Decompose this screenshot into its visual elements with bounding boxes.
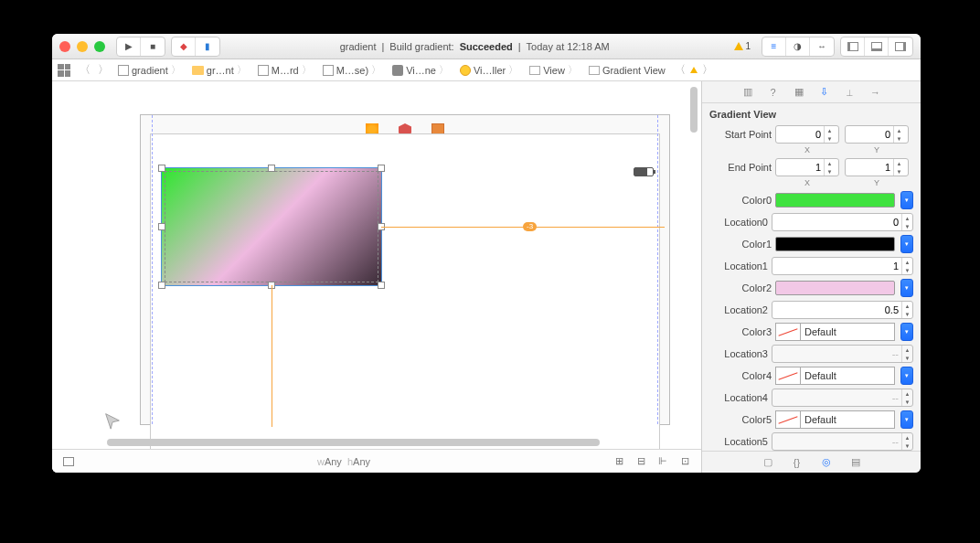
document-icon bbox=[118, 65, 129, 76]
location1-field[interactable]: ▲▼ bbox=[772, 257, 913, 275]
stepper[interactable]: ▲▼ bbox=[901, 302, 912, 318]
identity-inspector-tab[interactable]: ▦ bbox=[792, 85, 806, 100]
selection-dashed-border bbox=[165, 171, 378, 282]
scheme-selector[interactable]: ◆ ▮ bbox=[171, 37, 220, 57]
color3-combo[interactable]: Default bbox=[775, 323, 895, 341]
resize-handle-n[interactable] bbox=[268, 165, 275, 172]
crumb-storyboard[interactable]: M…rd〉 bbox=[252, 59, 317, 80]
file-inspector-tab[interactable]: ▥ bbox=[740, 85, 755, 100]
resize-handle-nw[interactable] bbox=[158, 165, 165, 172]
ib-canvas[interactable]: -3 bbox=[52, 81, 701, 449]
location3-field[interactable]: ▲▼ bbox=[772, 345, 913, 363]
location4-field[interactable]: ▲▼ bbox=[772, 389, 913, 407]
crumb-scene[interactable]: Vi…ne〉 bbox=[387, 59, 454, 80]
library-tab-bar: ▢ {} ◎ ▤ bbox=[702, 451, 921, 473]
location0-field[interactable]: ▲▼ bbox=[772, 213, 913, 231]
size-class-control[interactable]: wAny hAny bbox=[80, 456, 608, 467]
issues-badge[interactable]: 1 bbox=[729, 41, 756, 51]
location1-row: Location1 ▲▼ bbox=[709, 257, 913, 275]
location2-field[interactable]: ▲▼ bbox=[772, 301, 913, 319]
crumb-controller[interactable]: Vi…ller〉 bbox=[454, 59, 524, 80]
end-y-field[interactable]: ▲▼ bbox=[845, 158, 909, 176]
minimize-button[interactable] bbox=[77, 41, 88, 52]
stepper[interactable]: ▲▼ bbox=[824, 126, 835, 143]
attributes-inspector-tab[interactable]: ⇩ bbox=[817, 85, 832, 100]
battery-icon bbox=[634, 167, 654, 176]
size-inspector-tab[interactable]: ⟂ bbox=[843, 85, 858, 100]
vertical-scroll-thumb[interactable] bbox=[690, 87, 698, 133]
end-x-field[interactable]: ▲▼ bbox=[775, 158, 839, 176]
crumb-project[interactable]: gradient〉 bbox=[112, 59, 186, 80]
location5-row: Location5 ▲▼ bbox=[709, 432, 913, 451]
crumb-view[interactable]: View〉 bbox=[524, 59, 583, 80]
prev-issue-button[interactable]: 〈 bbox=[671, 62, 689, 78]
right-panel-toggle[interactable] bbox=[889, 37, 912, 56]
color1-well[interactable] bbox=[775, 235, 895, 253]
horizontal-scrollbar[interactable] bbox=[107, 436, 687, 449]
constraint-bottom[interactable] bbox=[272, 285, 272, 427]
connections-inspector-tab[interactable]: → bbox=[868, 85, 883, 100]
color2-well[interactable] bbox=[775, 279, 895, 297]
start-x-field[interactable]: ▲▼ bbox=[775, 125, 839, 144]
back-button[interactable]: 〈 bbox=[76, 62, 94, 78]
align-button[interactable]: ⊞ bbox=[612, 454, 626, 469]
vertical-scrollbar[interactable] bbox=[688, 81, 701, 449]
color2-dropdown[interactable]: ▾ bbox=[900, 279, 913, 297]
constraint-value-badge[interactable]: -3 bbox=[523, 222, 537, 231]
color5-combo[interactable]: Default bbox=[775, 410, 895, 429]
crumb-base[interactable]: M…se)〉 bbox=[317, 59, 387, 80]
media-library-tab[interactable]: ▤ bbox=[848, 455, 863, 470]
resize-handle-se[interactable] bbox=[378, 282, 385, 289]
stepper[interactable]: ▲▼ bbox=[824, 159, 835, 176]
stepper[interactable]: ▲▼ bbox=[901, 346, 912, 362]
destination-icon: ▮ bbox=[196, 37, 219, 56]
next-issue-button[interactable]: 〉 bbox=[698, 62, 717, 78]
file-template-library-tab[interactable]: ▢ bbox=[761, 455, 775, 470]
stepper[interactable]: ▲▼ bbox=[901, 389, 912, 406]
quick-help-tab[interactable]: ? bbox=[766, 85, 781, 100]
color4-combo[interactable]: Default bbox=[775, 367, 895, 385]
stepper[interactable]: ▲▼ bbox=[901, 258, 912, 274]
resize-handle-sw[interactable] bbox=[158, 282, 165, 289]
warning-count: 1 bbox=[745, 41, 751, 51]
crumb-folder[interactable]: gr…nt〉 bbox=[186, 59, 252, 80]
color0-dropdown[interactable]: ▾ bbox=[900, 191, 913, 209]
object-library-tab[interactable]: ◎ bbox=[819, 455, 834, 470]
code-snippet-library-tab[interactable]: {} bbox=[790, 455, 804, 470]
color4-dropdown[interactable]: ▾ bbox=[900, 367, 913, 385]
resizing-behavior-button[interactable]: ⊡ bbox=[677, 454, 692, 469]
location5-field[interactable]: ▲▼ bbox=[772, 432, 913, 451]
related-items-button[interactable] bbox=[52, 59, 76, 80]
run-button[interactable]: ▶ bbox=[117, 37, 141, 56]
forward-button[interactable]: 〉 bbox=[94, 62, 112, 78]
zoom-button[interactable] bbox=[94, 41, 105, 52]
color4-swatch bbox=[775, 367, 801, 385]
stepper[interactable]: ▲▼ bbox=[901, 433, 912, 450]
location0-row: Location0 ▲▼ bbox=[709, 213, 913, 231]
start-y-field[interactable]: ▲▼ bbox=[845, 125, 909, 144]
standard-editor-button[interactable]: ≡ bbox=[762, 37, 786, 56]
close-button[interactable] bbox=[59, 41, 70, 52]
left-panel-toggle[interactable] bbox=[841, 37, 865, 56]
color1-dropdown[interactable]: ▾ bbox=[900, 235, 913, 253]
stepper[interactable]: ▲▼ bbox=[893, 126, 904, 143]
editor-mode-segment: ≡ ◑ ↔ bbox=[762, 37, 835, 57]
resolve-issues-button[interactable]: ⊩ bbox=[655, 454, 670, 469]
bottom-panel-toggle[interactable] bbox=[865, 37, 889, 56]
color5-dropdown[interactable]: ▾ bbox=[900, 410, 913, 429]
horizontal-scroll-thumb[interactable] bbox=[107, 439, 600, 446]
version-editor-button[interactable]: ↔ bbox=[810, 37, 834, 56]
color3-dropdown[interactable]: ▾ bbox=[900, 323, 913, 341]
stop-button[interactable]: ■ bbox=[141, 37, 165, 56]
crumb-gradient-view[interactable]: Gradient View bbox=[583, 59, 671, 80]
resize-handle-ne[interactable] bbox=[378, 165, 385, 172]
document-outline-toggle[interactable] bbox=[61, 454, 76, 469]
stepper[interactable]: ▲▼ bbox=[893, 159, 904, 176]
pin-button[interactable]: ⊟ bbox=[634, 454, 648, 469]
selected-gradient-view[interactable] bbox=[162, 168, 381, 285]
color0-well[interactable] bbox=[775, 191, 895, 209]
assistant-editor-button[interactable]: ◑ bbox=[786, 37, 810, 56]
resize-handle-w[interactable] bbox=[158, 223, 165, 230]
stepper[interactable]: ▲▼ bbox=[901, 214, 912, 230]
build-status: Succeeded bbox=[460, 41, 513, 52]
